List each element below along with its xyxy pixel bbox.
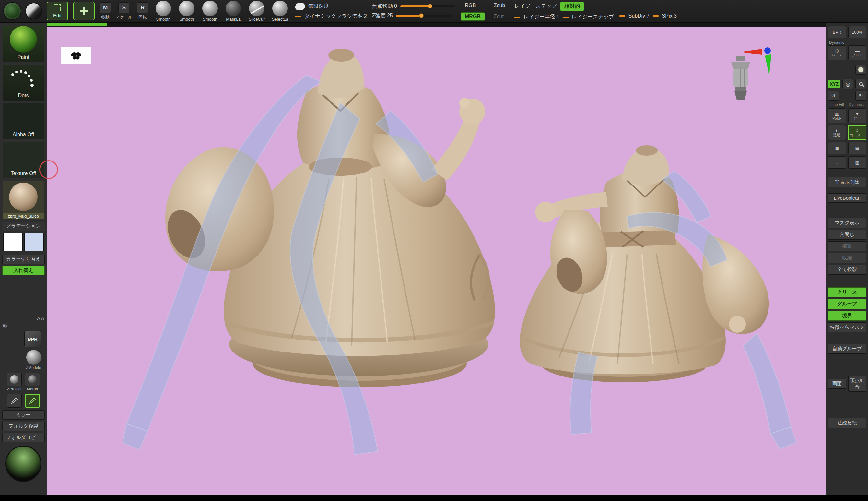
double-sided-button[interactable]: 両面 <box>828 379 846 389</box>
ghost-button[interactable]: ○ ゴースト <box>848 125 867 140</box>
butterfly-stamp-preview[interactable] <box>61 47 91 64</box>
crease-button[interactable]: クリース <box>828 287 866 297</box>
material-tile[interactable]: zbro_Mud_3Dco <box>3 181 44 219</box>
model-left-figure[interactable] <box>122 49 495 455</box>
expand-button[interactable]: 拡張 <box>828 241 866 251</box>
slider-tick <box>295 15 301 17</box>
undo-button[interactable]: ↺ <box>828 91 839 100</box>
rgb-button[interactable]: RGB <box>460 1 485 10</box>
brush-smooth-2[interactable]: Smooth <box>177 1 197 22</box>
z-intensity-slider[interactable]: Z強度 25 <box>372 12 393 19</box>
material-sphere-icon[interactable] <box>4 3 21 20</box>
folder-copy-button[interactable]: フォルダコピー <box>2 433 45 442</box>
solo-button[interactable]: ● ソロ <box>848 108 867 123</box>
live-boolean-button[interactable]: LiveBoolean <box>828 193 866 203</box>
depth-group: 無限深度 ダイナミックブラシ倍率 2 <box>295 3 367 20</box>
zproject-button[interactable]: ZProject <box>7 373 22 391</box>
bpr-render-button[interactable]: BPR <box>828 26 846 38</box>
transparent-button[interactable]: ◐ 透明 <box>828 125 846 140</box>
brush-thumb-icon <box>179 1 194 16</box>
zsub-button[interactable]: Zsub <box>489 1 510 10</box>
project-all-button[interactable]: 全て投影 <box>828 265 866 275</box>
y-axis-arrow <box>765 54 771 75</box>
lazy-radius-slider[interactable]: レイジー半径 1 <box>523 14 559 20</box>
z-intensity-track[interactable] <box>396 14 451 17</box>
auto-group-button[interactable]: 自動グループ <box>828 344 866 354</box>
transform-tools: M 移動 S スケール R 回転 <box>100 2 148 20</box>
delete-hidden-button[interactable]: 非表示削除 <box>828 177 866 187</box>
infinite-depth-toggle[interactable]: 無限深度 <box>308 3 329 10</box>
brush-smooth-3[interactable]: Smooth <box>200 1 220 22</box>
zoom-actual-button[interactable]: 100% <box>848 26 867 38</box>
alpha-tile[interactable]: Alpha Off <box>3 103 44 139</box>
brush-selectlasso[interactable]: SelectLa <box>270 1 290 22</box>
brush-smooth-1[interactable]: Smooth <box>153 1 173 22</box>
color-sphere-icon[interactable] <box>26 3 42 19</box>
perspective-button[interactable]: ◇ パース <box>828 45 846 60</box>
zmodeler-sphere-icon[interactable] <box>26 350 41 365</box>
stroke-shape-icon <box>295 3 305 10</box>
dynamic-brush-slider[interactable]: ダイナミックブラシ倍率 2 <box>304 13 367 20</box>
zcut-button[interactable]: Zcut <box>489 12 510 21</box>
right-tool-shelf: BPR 100% Dynamic ◇ パース ▬ フロア XYZ ◎ ↺ ↻ <box>826 23 868 495</box>
rotate-button[interactable]: R 回転 <box>137 2 148 20</box>
border-button[interactable]: 境界 <box>828 311 866 321</box>
paint-mode-tile[interactable]: Paint <box>3 26 44 62</box>
edit-button[interactable]: Edit <box>47 2 68 20</box>
mirror-button[interactable]: ミラー <box>2 410 45 419</box>
close-holes-button[interactable]: 穴閉じ <box>828 230 866 239</box>
draw-button[interactable] <box>73 2 95 20</box>
texture-tile[interactable]: Texture Off <box>3 142 44 178</box>
color-switch-button[interactable]: カラー切り替え <box>2 255 45 264</box>
mrgb-button[interactable]: MRGB <box>460 12 485 21</box>
subdiv-slider[interactable]: SubDiv 7 <box>628 13 650 19</box>
relative-button[interactable]: 相対的 <box>560 2 584 11</box>
group-button[interactable]: グループ <box>828 299 866 309</box>
pen-d-button[interactable] <box>25 394 40 408</box>
primary-color-swatch[interactable] <box>3 233 23 251</box>
paint-mode-group: RGB Zsub MRGB Zcut <box>460 1 509 21</box>
focal-shift-slider[interactable]: 焦点移動 0 <box>372 3 397 10</box>
mask-visible-button[interactable]: マスク表示 <box>828 218 866 228</box>
camera-gizmo-figure[interactable] <box>727 55 755 102</box>
brush-shelf: Smooth Smooth Smooth MaskLa SliceCur Sel… <box>153 1 290 22</box>
gradient-preview-circle[interactable] <box>5 446 42 482</box>
mask-by-feature-button[interactable]: 特徴からマスク <box>828 322 866 332</box>
shrink-button[interactable]: 収縮 <box>828 253 866 263</box>
swap-colors-button[interactable]: 入れ替え <box>2 266 45 275</box>
doc-pan-button[interactable]: ⊞ <box>828 142 846 154</box>
flip-normals-button[interactable]: 法線反転 <box>828 418 866 428</box>
doc-layers-button[interactable]: ▤ <box>848 142 867 154</box>
light-button[interactable] <box>855 65 866 75</box>
move-button[interactable]: M 移動 <box>100 2 111 20</box>
brush-masklasso[interactable]: MaskLa <box>223 1 243 22</box>
brush-slicecurve[interactable]: SliceCur <box>247 1 267 22</box>
sculpt-canvas[interactable] <box>47 26 826 495</box>
stroke-type-tile[interactable]: Dots <box>3 65 44 100</box>
sculpt-models[interactable] <box>47 26 826 495</box>
redo-button[interactable]: ↻ <box>855 91 866 100</box>
weld-points-button[interactable]: 頂点結合 <box>848 375 867 392</box>
scale-button[interactable]: S スケール <box>116 2 132 20</box>
polyframe-button[interactable]: ▦ PolyF <box>828 108 846 123</box>
morph-button[interactable]: Morph <box>25 373 40 391</box>
model-right-figure[interactable] <box>520 145 796 449</box>
local-symmetry-button[interactable]: ◎ <box>843 79 854 89</box>
lazy-step-slider[interactable]: レイジーステップ <box>514 3 557 10</box>
lazy-group: レイジーステップ 相対的 レイジー半径 1 レイジースナップ <box>514 2 614 20</box>
spix-slider[interactable]: SPix 3 <box>662 13 677 19</box>
magnifier-icon <box>859 82 863 86</box>
focal-shift-track[interactable] <box>400 5 455 8</box>
xyz-symmetry-button[interactable]: XYZ <box>828 80 840 88</box>
bpr-cube-button[interactable]: BPR <box>24 331 41 347</box>
bottom-status-bar <box>0 495 868 501</box>
pen-s-button[interactable] <box>7 394 22 408</box>
secondary-color-swatch[interactable] <box>24 233 44 251</box>
folder-duplicate-button[interactable]: フォルダ複製 <box>2 422 45 431</box>
lazy-snap-slider[interactable]: レイジースナップ <box>572 14 614 20</box>
floor-button[interactable]: ▬ フロア <box>848 45 867 60</box>
edit-label: Edit <box>53 13 62 18</box>
doc-scroll-button[interactable]: ↕ <box>828 156 846 169</box>
doc-grid-button[interactable]: ▥ <box>848 156 867 169</box>
zoom-magnifier-button[interactable] <box>855 79 866 89</box>
